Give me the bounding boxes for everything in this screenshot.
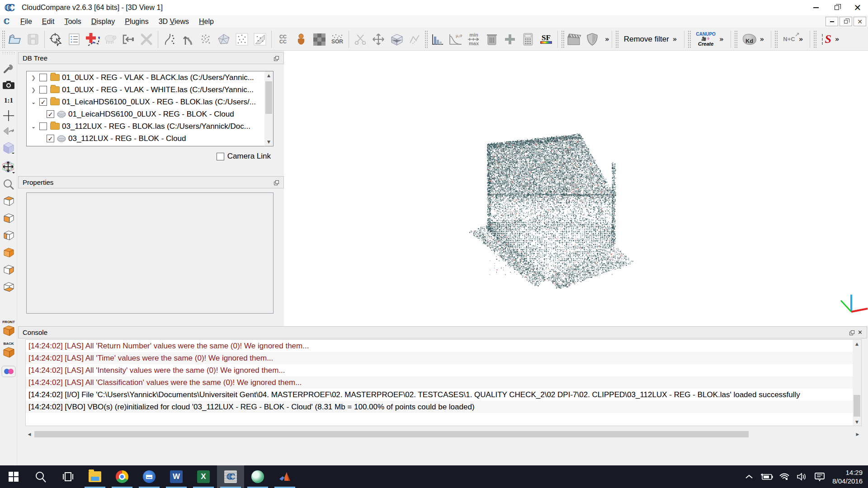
kd-tree-button[interactable]: Kd »	[738, 30, 769, 49]
s-curve-plugin-button[interactable]: S »	[817, 30, 844, 49]
notifications-icon[interactable]	[813, 470, 826, 483]
cloud-cloud-distance-button[interactable]: CCCC	[274, 30, 292, 49]
minimize-button[interactable]	[806, 0, 826, 15]
clipping-box-button[interactable]	[387, 30, 406, 49]
view-bottom-button[interactable]	[0, 278, 17, 295]
canupo-create-button[interactable]: CANUPO 🎥⚘ Create »	[692, 30, 728, 49]
visibility-checkbox[interactable]	[39, 98, 47, 106]
toolbar-drag-handle[interactable]	[561, 30, 564, 48]
start-button[interactable]	[0, 465, 27, 488]
toolbar-overflow[interactable]: »	[605, 35, 609, 43]
taskbar-cloudcompare[interactable]: ℂℂ	[217, 465, 244, 488]
console-horizontal-scrollbar[interactable]: ◀ ▶	[25, 430, 862, 438]
taskbar-clock[interactable]: 14:29 8/04/2016	[832, 468, 863, 485]
tree-item[interactable]: 03_112LUX - REG - BLOK - Cloud	[27, 132, 273, 145]
zoom-1-1-button[interactable]: 1:1	[0, 92, 17, 108]
qualify-shield-button[interactable]	[583, 30, 601, 49]
speaker-icon[interactable]	[795, 470, 809, 483]
pick-center-button[interactable]	[0, 108, 17, 124]
sf-calculator-button[interactable]	[519, 30, 537, 49]
translate-button[interactable]	[369, 30, 387, 49]
wifi-icon[interactable]	[778, 470, 791, 483]
scroll-down-arrow[interactable]: ▼	[853, 418, 861, 426]
toolbar-drag-handle[interactable]	[774, 30, 778, 48]
tree-item[interactable]: ⌄ 01_LeicaHDS6100_0LUX - REG - BLOK.las …	[27, 96, 273, 108]
toolbar-drag-handle[interactable]	[734, 30, 737, 48]
triangulate-button[interactable]	[251, 30, 269, 49]
scroll-up-arrow[interactable]: ▲	[264, 71, 273, 80]
picker-button[interactable]	[47, 30, 65, 49]
tree-item[interactable]: ❯ 01_0LUX - REG - VLAK - WHITE.las (C:/U…	[27, 84, 273, 96]
iso-view-button[interactable]	[0, 139, 17, 155]
animation-button[interactable]	[565, 30, 583, 49]
normals-curvature-button[interactable]: N+C »	[778, 30, 807, 49]
point-cloud-canvas[interactable]	[284, 51, 868, 326]
float-panel-icon[interactable]	[274, 180, 279, 185]
clone-button[interactable]	[101, 30, 119, 49]
close-button[interactable]: ✕	[847, 0, 868, 15]
mdi-close-button[interactable]: ✕	[854, 17, 866, 26]
open-file-button[interactable]	[6, 30, 24, 49]
noise-filter-button[interactable]	[310, 30, 328, 49]
back-iso-view-button[interactable]: BACK	[0, 340, 17, 361]
polyline-cut-button[interactable]	[406, 30, 424, 49]
scroll-left-arrow[interactable]: ◀	[25, 430, 33, 438]
mdi-restore-button[interactable]	[840, 17, 852, 26]
toolbar-drag-handle[interactable]	[615, 30, 618, 48]
menu-file[interactable]: File	[15, 16, 37, 28]
view-right-button[interactable]	[0, 261, 17, 277]
console-vertical-scrollbar[interactable]: ▲ ▼	[853, 340, 861, 426]
taskbar-vpn-globe[interactable]	[244, 465, 271, 488]
toolbar-drag-handle[interactable]	[425, 30, 428, 48]
chevron-right-icon[interactable]: ❯	[29, 75, 38, 81]
visibility-checkbox[interactable]	[47, 135, 54, 142]
remove-filter-button[interactable]: Remove filter »	[619, 30, 682, 49]
toolbar-drag-handle[interactable]	[2, 30, 5, 48]
tray-chevron-up-icon[interactable]	[742, 470, 756, 483]
visibility-checkbox[interactable]	[39, 122, 47, 130]
mdi-minimize-button[interactable]	[826, 17, 838, 26]
delete-button[interactable]	[137, 30, 156, 49]
gaussian-fit-button[interactable]: µ,σ	[447, 30, 465, 49]
front-iso-view-button[interactable]: FRONT	[0, 318, 17, 339]
scroll-up-arrow[interactable]: ▲	[853, 340, 861, 347]
rotate-view-button[interactable]	[0, 123, 17, 139]
close-panel-icon[interactable]: ✕	[858, 329, 863, 335]
toolbar-drag-handle[interactable]	[813, 30, 816, 48]
view-top-button[interactable]	[0, 192, 17, 209]
toolbar-drag-handle[interactable]	[2, 52, 15, 54]
sf-delete-button[interactable]	[483, 30, 501, 49]
3d-view[interactable]	[284, 51, 868, 326]
scroll-thumb[interactable]	[265, 81, 272, 114]
menu-3d-views[interactable]: 3D Views	[154, 16, 194, 28]
cloud-mesh-distance-button[interactable]	[292, 30, 310, 49]
tree-scrollbar[interactable]: ▲ ▼	[264, 71, 273, 146]
battery-icon[interactable]	[760, 470, 774, 483]
float-panel-icon[interactable]	[274, 56, 279, 61]
menu-edit[interactable]: Edit	[37, 16, 60, 28]
segment-button[interactable]	[351, 30, 369, 49]
scroll-thumb[interactable]	[34, 431, 749, 437]
visibility-checkbox[interactable]	[39, 86, 47, 94]
taskbar-word[interactable]: W	[163, 465, 190, 488]
taskbar-file-explorer[interactable]	[81, 465, 108, 488]
view-left-button[interactable]	[0, 227, 17, 243]
console-wrench-button[interactable]	[0, 61, 17, 77]
save-button[interactable]	[24, 30, 42, 49]
chevron-down-icon[interactable]: ⌄	[29, 99, 38, 105]
visibility-checkbox[interactable]	[47, 110, 54, 118]
task-view-button[interactable]	[54, 465, 81, 488]
compute-normals-button[interactable]	[179, 30, 197, 49]
chevron-down-icon[interactable]: ⌄	[29, 123, 38, 130]
menu-tools[interactable]: Tools	[59, 16, 86, 28]
taskbar-excel[interactable]: X	[190, 465, 217, 488]
orbit-view-button[interactable]	[0, 159, 17, 175]
scroll-right-arrow[interactable]: ▶	[854, 430, 862, 438]
histogram-button[interactable]	[429, 30, 447, 49]
octree-button[interactable]	[197, 30, 215, 49]
float-panel-icon[interactable]	[849, 330, 855, 335]
view-back-button[interactable]	[0, 244, 17, 260]
stereo-mode-button[interactable]	[0, 363, 17, 380]
tree-item[interactable]: ❯ 01_0LUX - REG - VLAK - BLACK.las (C:/U…	[27, 71, 273, 84]
menu-display[interactable]: Display	[86, 16, 120, 28]
